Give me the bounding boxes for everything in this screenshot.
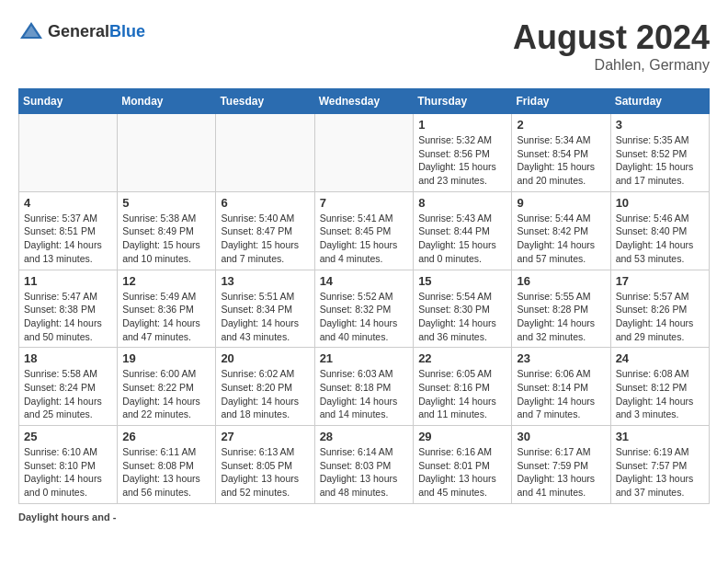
day-number: 24 <box>616 351 704 365</box>
day-number: 19 <box>122 351 210 365</box>
day-info: Sunrise: 6:19 AMSunset: 7:57 PMDaylight:… <box>616 445 704 500</box>
calendar-day-cell: 1Sunrise: 5:32 AMSunset: 8:56 PMDaylight… <box>414 114 512 192</box>
day-info: Sunrise: 6:11 AMSunset: 8:08 PMDaylight:… <box>122 445 210 500</box>
day-number: 23 <box>517 351 605 365</box>
day-number: 17 <box>616 274 704 288</box>
logo-general: General <box>48 22 109 40</box>
day-info: Sunrise: 5:32 AMSunset: 8:56 PMDaylight:… <box>418 133 506 188</box>
calendar-day-cell <box>216 114 314 192</box>
day-info: Sunrise: 6:03 AMSunset: 8:18 PMDaylight:… <box>320 367 409 421</box>
page-header: GeneralBlue August 2024 Dahlen, Germany <box>18 18 710 74</box>
calendar-day-cell: 17Sunrise: 5:57 AMSunset: 8:26 PMDayligh… <box>610 270 709 348</box>
day-of-week-header: Saturday <box>610 89 709 114</box>
calendar-week-row: 11Sunrise: 5:47 AMSunset: 8:38 PMDayligh… <box>19 270 710 348</box>
calendar-day-cell: 10Sunrise: 5:46 AMSunset: 8:40 PMDayligh… <box>610 191 709 270</box>
calendar-day-cell: 4Sunrise: 5:37 AMSunset: 8:51 PMDaylight… <box>19 191 118 270</box>
day-number: 1 <box>418 118 506 132</box>
day-number: 16 <box>517 274 605 288</box>
day-number: 29 <box>418 430 506 443</box>
day-info: Sunrise: 5:41 AMSunset: 8:45 PMDaylight:… <box>320 212 409 266</box>
calendar-day-cell <box>19 114 118 192</box>
day-number: 28 <box>320 430 409 443</box>
day-number: 21 <box>320 351 409 365</box>
day-info: Sunrise: 5:51 AMSunset: 8:34 PMDaylight:… <box>221 290 309 344</box>
calendar-day-cell: 28Sunrise: 6:14 AMSunset: 8:03 PMDayligh… <box>314 426 414 504</box>
day-number: 22 <box>418 351 506 365</box>
day-info: Sunrise: 5:44 AMSunset: 8:42 PMDaylight:… <box>517 212 605 266</box>
day-info: Sunrise: 5:55 AMSunset: 8:28 PMDaylight:… <box>517 290 605 344</box>
footer-dash: and - <box>92 511 116 523</box>
calendar-day-cell: 20Sunrise: 6:02 AMSunset: 8:20 PMDayligh… <box>216 348 314 426</box>
day-of-week-header: Thursday <box>414 89 512 114</box>
day-number: 25 <box>24 430 112 443</box>
calendar-day-cell: 29Sunrise: 6:16 AMSunset: 8:01 PMDayligh… <box>414 426 512 504</box>
calendar-week-row: 18Sunrise: 5:58 AMSunset: 8:24 PMDayligh… <box>19 348 710 426</box>
calendar-day-cell: 23Sunrise: 6:06 AMSunset: 8:14 PMDayligh… <box>512 348 610 426</box>
day-info: Sunrise: 5:54 AMSunset: 8:30 PMDaylight:… <box>418 290 506 344</box>
day-number: 20 <box>221 351 309 365</box>
day-number: 3 <box>616 118 704 132</box>
calendar-day-cell: 18Sunrise: 5:58 AMSunset: 8:24 PMDayligh… <box>19 348 118 426</box>
calendar-day-cell: 19Sunrise: 6:00 AMSunset: 8:22 PMDayligh… <box>118 348 216 426</box>
day-of-week-header: Tuesday <box>216 89 314 114</box>
logo-blue: Blue <box>109 22 145 40</box>
logo-icon <box>18 18 44 44</box>
calendar-day-cell: 3Sunrise: 5:35 AMSunset: 8:52 PMDaylight… <box>610 114 709 192</box>
day-number: 4 <box>24 196 112 210</box>
day-info: Sunrise: 5:40 AMSunset: 8:47 PMDaylight:… <box>221 212 309 266</box>
day-number: 11 <box>24 274 112 288</box>
day-number: 15 <box>418 274 506 288</box>
calendar-week-row: 1Sunrise: 5:32 AMSunset: 8:56 PMDaylight… <box>19 114 710 192</box>
day-info: Sunrise: 6:08 AMSunset: 8:12 PMDaylight:… <box>616 367 704 421</box>
calendar-week-row: 25Sunrise: 6:10 AMSunset: 8:10 PMDayligh… <box>19 426 710 504</box>
calendar-day-cell: 6Sunrise: 5:40 AMSunset: 8:47 PMDaylight… <box>216 191 314 270</box>
day-info: Sunrise: 5:47 AMSunset: 8:38 PMDaylight:… <box>24 290 112 344</box>
day-number: 12 <box>122 274 210 288</box>
day-info: Sunrise: 5:49 AMSunset: 8:36 PMDaylight:… <box>122 290 210 344</box>
calendar-day-cell: 15Sunrise: 5:54 AMSunset: 8:30 PMDayligh… <box>414 270 512 348</box>
day-info: Sunrise: 5:58 AMSunset: 8:24 PMDaylight:… <box>24 367 112 421</box>
calendar-header-row: SundayMondayTuesdayWednesdayThursdayFrid… <box>19 89 710 114</box>
footer-note: Daylight hours and - <box>18 511 710 523</box>
day-number: 6 <box>221 196 309 210</box>
calendar-day-cell <box>118 114 216 192</box>
day-info: Sunrise: 5:46 AMSunset: 8:40 PMDaylight:… <box>616 212 704 266</box>
day-info: Sunrise: 6:05 AMSunset: 8:16 PMDaylight:… <box>418 367 506 421</box>
day-info: Sunrise: 5:43 AMSunset: 8:44 PMDaylight:… <box>418 212 506 266</box>
logo: GeneralBlue <box>18 18 145 44</box>
calendar-day-cell: 31Sunrise: 6:19 AMSunset: 7:57 PMDayligh… <box>610 426 709 504</box>
calendar-week-row: 4Sunrise: 5:37 AMSunset: 8:51 PMDaylight… <box>19 191 710 270</box>
month-title: August 2024 <box>513 18 710 57</box>
day-info: Sunrise: 5:35 AMSunset: 8:52 PMDaylight:… <box>616 133 704 188</box>
calendar-day-cell: 12Sunrise: 5:49 AMSunset: 8:36 PMDayligh… <box>118 270 216 348</box>
day-number: 26 <box>122 430 210 443</box>
day-number: 31 <box>616 430 704 443</box>
day-info: Sunrise: 6:17 AMSunset: 7:59 PMDaylight:… <box>517 445 605 500</box>
day-number: 27 <box>221 430 309 443</box>
day-info: Sunrise: 5:57 AMSunset: 8:26 PMDaylight:… <box>616 290 704 344</box>
calendar-day-cell: 14Sunrise: 5:52 AMSunset: 8:32 PMDayligh… <box>314 270 414 348</box>
title-block: August 2024 Dahlen, Germany <box>513 18 710 74</box>
day-info: Sunrise: 6:00 AMSunset: 8:22 PMDaylight:… <box>122 367 210 421</box>
day-of-week-header: Sunday <box>19 89 118 114</box>
day-number: 14 <box>320 274 409 288</box>
day-info: Sunrise: 6:10 AMSunset: 8:10 PMDaylight:… <box>24 445 112 500</box>
day-info: Sunrise: 5:52 AMSunset: 8:32 PMDaylight:… <box>320 290 409 344</box>
day-info: Sunrise: 6:16 AMSunset: 8:01 PMDaylight:… <box>418 445 506 500</box>
day-info: Sunrise: 6:06 AMSunset: 8:14 PMDaylight:… <box>517 367 605 421</box>
day-info: Sunrise: 6:02 AMSunset: 8:20 PMDaylight:… <box>221 367 309 421</box>
day-number: 18 <box>24 351 112 365</box>
calendar-day-cell: 22Sunrise: 6:05 AMSunset: 8:16 PMDayligh… <box>414 348 512 426</box>
calendar-day-cell: 11Sunrise: 5:47 AMSunset: 8:38 PMDayligh… <box>19 270 118 348</box>
calendar-day-cell: 21Sunrise: 6:03 AMSunset: 8:18 PMDayligh… <box>314 348 414 426</box>
day-info: Sunrise: 6:14 AMSunset: 8:03 PMDaylight:… <box>320 445 409 500</box>
calendar-day-cell <box>314 114 414 192</box>
calendar-day-cell: 13Sunrise: 5:51 AMSunset: 8:34 PMDayligh… <box>216 270 314 348</box>
calendar-day-cell: 7Sunrise: 5:41 AMSunset: 8:45 PMDaylight… <box>314 191 414 270</box>
calendar-table: SundayMondayTuesdayWednesdayThursdayFrid… <box>18 88 710 504</box>
day-number: 10 <box>616 196 704 210</box>
calendar-day-cell: 8Sunrise: 5:43 AMSunset: 8:44 PMDaylight… <box>414 191 512 270</box>
daylight-label: Daylight hours <box>18 511 89 523</box>
calendar-day-cell: 16Sunrise: 5:55 AMSunset: 8:28 PMDayligh… <box>512 270 610 348</box>
day-number: 9 <box>517 196 605 210</box>
